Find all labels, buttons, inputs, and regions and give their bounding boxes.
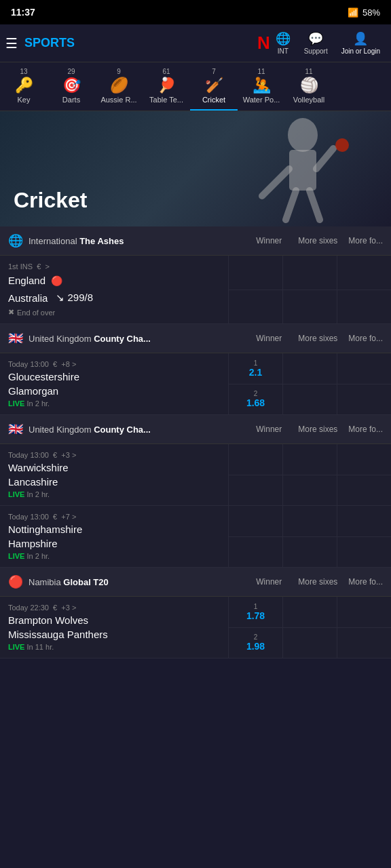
banner-title: Cricket (14, 188, 88, 213)
ball-icon: 🔴 (51, 275, 62, 286)
namibia-league-name: Namibia Global T20 (29, 577, 245, 587)
brampton-odds-empty1 (282, 597, 337, 658)
menu-icon[interactable]: ☰ (5, 35, 18, 52)
warwicks-team2: Lancashire (8, 476, 220, 488)
ashes-market-winner[interactable]: Winner (250, 236, 287, 245)
int-button[interactable]: 🌐 INT (270, 28, 296, 58)
gloucs-status: LIVE In 2 hr. (8, 399, 220, 408)
brand-logo: N (257, 33, 270, 54)
status-time: 11:37 (11, 7, 35, 18)
aussier-icon: 🏉 (110, 77, 128, 94)
sport-item-cricket[interactable]: 7 🏏 Cricket (190, 62, 238, 111)
brampton-odd2[interactable]: 2 1.98 (229, 628, 282, 658)
player-svg (228, 115, 377, 223)
cricket-banner: Cricket (0, 111, 391, 226)
status-icons: 📶 58% (348, 7, 380, 18)
notts-odds-empty3 (337, 506, 391, 567)
globe-icon: 🌐 (276, 31, 291, 46)
status-bar: 11:37 📶 58% (0, 0, 391, 24)
user-icon: 👤 (353, 31, 368, 46)
ashes-team2: Australia (8, 292, 48, 304)
warwicks-status: LIVE In 2 hr. (8, 490, 220, 498)
sport-item-waterpolo[interactable]: 11 🤽 Water Po... (238, 62, 285, 111)
warwicks-team1: Warwickshire (8, 462, 220, 473)
county1-market-more[interactable]: More fo... (348, 334, 383, 343)
brampton-team1: Brampton Wolves (8, 614, 220, 626)
notts-odds-empty1 (228, 506, 282, 567)
darts-icon: 🎯 (62, 77, 81, 94)
cricket-icon: 🏏 (205, 77, 223, 94)
waterpolo-icon: 🤽 (253, 77, 271, 94)
support-label: Support (304, 47, 328, 55)
county2-league-name: United Kingdom County Cha... (29, 425, 245, 435)
warwicks-match-info[interactable]: Today 13:00 € +3 > Warwickshire Lancashi… (0, 444, 228, 505)
sport-item-key[interactable]: 13 🔑 Key (0, 62, 48, 111)
gloucs-team1: Gloucestershire (8, 371, 220, 382)
gloucs-meta: Today 13:00 € +8 > (8, 360, 220, 368)
live-badge-gloucs: LIVE (8, 399, 24, 408)
svg-point-0 (288, 118, 318, 152)
namibia-market-more[interactable]: More fo... (348, 577, 383, 587)
svg-line-4 (286, 191, 296, 220)
brampton-meta: Today 22:30 € +3 > (8, 604, 220, 612)
ashes-team1: England (8, 275, 45, 286)
svg-rect-1 (289, 150, 316, 191)
gloucs-odd1[interactable]: 1 2.1 (229, 353, 282, 384)
svg-point-6 (335, 138, 349, 152)
ashes-score: ↘ 299/8 (56, 292, 93, 304)
top-nav: ☰ SPORTS N 🌐 INT 💬 Support 👤 Join or Log… (0, 24, 391, 62)
live-badge-notts: LIVE (8, 552, 24, 560)
live-badge-brampton: LIVE (8, 643, 24, 651)
ashes-market-more[interactable]: More fo... (348, 236, 383, 245)
county2-market-more[interactable]: More fo... (348, 425, 383, 434)
support-icon: 💬 (308, 31, 323, 46)
match-row-brampton: Today 22:30 € +3 > Brampton Wolves Missi… (0, 597, 391, 658)
match-row-notts: Today 13:00 € +7 > Nottinghamshire Hamps… (0, 506, 391, 568)
gloucs-team2: Glamorgan (8, 385, 220, 397)
sport-item-volleyball[interactable]: 11 🏐 Volleyball (285, 62, 333, 111)
int-label: INT (278, 47, 288, 55)
svg-line-5 (310, 191, 320, 220)
signal-icon: 📶 (348, 7, 358, 18)
brampton-match-info[interactable]: Today 22:30 € +3 > Brampton Wolves Missi… (0, 597, 228, 658)
nav-actions: 🌐 INT 💬 Support 👤 Join or Login (270, 28, 386, 58)
svg-line-2 (262, 169, 289, 196)
join-label: Join or Login (341, 47, 380, 55)
sport-item-tablete[interactable]: 61 🏓 Table Te... (143, 62, 190, 111)
ashes-team1-row: England 🔴 (8, 275, 220, 286)
sports-scroll: 13 🔑 Key 29 🎯 Darts 9 🏉 Aussie R... 61 🏓… (0, 62, 391, 111)
brampton-odds: 1 1.78 2 1.98 (228, 597, 282, 658)
namibia-market-sixes[interactable]: More sixes (293, 577, 343, 587)
brampton-odd1[interactable]: 1 1.78 (229, 597, 282, 628)
gloucs-odds-empty2 (337, 353, 391, 414)
ashes-odds-empty2 (282, 256, 337, 323)
gloucs-match-info[interactable]: Today 13:00 € +8 > Gloucestershire Glamo… (0, 353, 228, 414)
ashes-team2-row: Australia ↘ 299/8 (8, 292, 220, 304)
notts-meta: Today 13:00 € +7 > (8, 513, 220, 521)
notts-match-info[interactable]: Today 13:00 € +7 > Nottinghamshire Hamps… (0, 506, 228, 567)
county2-market-winner[interactable]: Winner (250, 425, 287, 434)
county1-market-winner[interactable]: Winner (250, 334, 287, 343)
warwicks-odds-empty3 (337, 444, 391, 505)
live-badge-warwicks: LIVE (8, 490, 24, 498)
county1-market-sixes[interactable]: More sixes (293, 334, 343, 343)
cricket-player-image (215, 111, 391, 226)
gloucs-odd2[interactable]: 2 1.68 (229, 384, 282, 415)
gloucs-odds: 1 2.1 2 1.68 (228, 353, 282, 414)
sports-label[interactable]: SPORTS (24, 36, 257, 50)
ashes-match-info[interactable]: 1st INS € > England 🔴 Australia ↘ 299/8 … (0, 256, 228, 323)
ashes-match-meta: 1st INS € > (8, 262, 220, 271)
brampton-status: LIVE In 11 hr. (8, 643, 220, 651)
ashes-market-sixes[interactable]: More sixes (293, 236, 343, 245)
join-login-button[interactable]: 👤 Join or Login (336, 28, 386, 58)
county2-market-sixes[interactable]: More sixes (293, 425, 343, 434)
support-button[interactable]: 💬 Support (299, 28, 333, 58)
namibia-market-winner[interactable]: Winner (250, 577, 287, 587)
sport-item-aussier[interactable]: 9 🏉 Aussie R... (95, 62, 143, 111)
svg-line-3 (316, 149, 333, 169)
sport-item-darts[interactable]: 29 🎯 Darts (48, 62, 95, 111)
ashes-odds-empty3 (337, 256, 391, 323)
match-row-warwicks: Today 13:00 € +3 > Warwickshire Lancashi… (0, 444, 391, 506)
warwicks-meta: Today 13:00 € +3 > (8, 451, 220, 459)
battery-indicator: 58% (362, 7, 380, 18)
